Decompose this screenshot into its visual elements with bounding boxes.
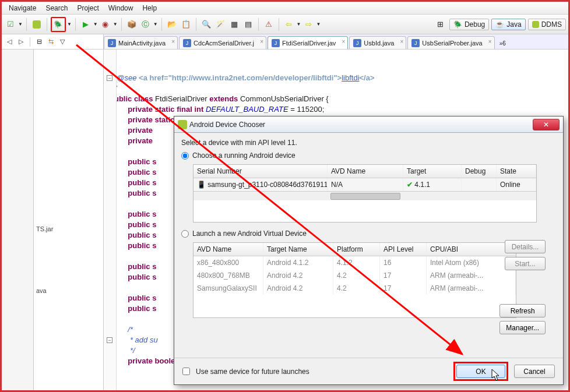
javadoc-link-tag: </a> xyxy=(360,73,375,82)
run-last-icon[interactable]: ◉ xyxy=(99,18,112,31)
tab-overflow-indicator[interactable]: »6 xyxy=(496,38,509,49)
col-avd-name[interactable]: AVD Name xyxy=(193,243,263,256)
wand-icon[interactable]: 🪄 xyxy=(214,18,227,31)
close-icon[interactable]: × xyxy=(400,38,403,45)
javadoc-link: libftdi xyxy=(342,73,359,82)
forward-icon[interactable]: ⇨ xyxy=(302,18,315,31)
run-button[interactable]: ▶ xyxy=(79,18,92,31)
menu-bar: Navigate Search Project Window Help xyxy=(2,2,568,15)
menu-navigate[interactable]: Navigate xyxy=(4,2,41,14)
table-header: Serial Number AVD Name Target Debug Stat… xyxy=(193,165,536,178)
filter-icon[interactable]: ▤ xyxy=(242,18,255,31)
editor-tabs: JMainActivity.java× JCdcAcmSerialDriver.… xyxy=(104,34,568,49)
refresh-button[interactable]: Refresh xyxy=(499,304,546,317)
package-item[interactable]: TS.jar xyxy=(34,224,103,234)
dialog-instruction: Select a device with min API level 11. xyxy=(181,139,556,147)
java-file-icon: J xyxy=(183,39,191,47)
open-perspective-icon[interactable]: ⊞ xyxy=(434,18,447,31)
horizontal-scrollbar[interactable] xyxy=(193,191,536,200)
menu-window[interactable]: Window xyxy=(104,2,138,14)
col-cpu[interactable]: CPU/ABI xyxy=(427,243,516,256)
perspective-ddms[interactable]: DDMS xyxy=(528,19,566,30)
java-file-icon: J xyxy=(108,39,116,47)
dialog-title: Android Device Chooser xyxy=(187,121,533,129)
view-toolbar: ◁ ▷ ⊟ ⇆ ▽ xyxy=(2,34,104,49)
lint-icon[interactable]: ⚠ xyxy=(262,18,275,31)
open-task-icon[interactable]: 📋 xyxy=(180,18,192,31)
col-debug[interactable]: Debug xyxy=(462,165,497,178)
ok-button-highlight: OK xyxy=(453,362,508,381)
avd-row[interactable]: 480x800_768MBAndroid 4.24.217ARM (armeab… xyxy=(193,269,516,282)
col-target-name[interactable]: Target Name xyxy=(263,243,333,256)
package-item[interactable]: ava xyxy=(34,286,103,295)
view-menu-icon[interactable]: ▽ xyxy=(57,37,68,47)
android-sdk-icon[interactable] xyxy=(30,18,43,31)
tab-usbserialprober[interactable]: JUsbSerialProber.java× xyxy=(407,36,494,49)
col-serial[interactable]: Serial Number xyxy=(193,165,328,178)
check-icon: ✔ xyxy=(407,181,413,189)
col-api[interactable]: API Level xyxy=(380,243,427,256)
debug-button-highlighted[interactable]: 🪲 xyxy=(51,17,66,32)
javadoc-link-tag: <a href="http://www.intra2net.com/en/dev… xyxy=(139,73,342,82)
cancel-button[interactable]: Cancel xyxy=(514,365,555,378)
col-platform[interactable]: Platform xyxy=(333,243,380,256)
close-button[interactable]: ✕ xyxy=(533,119,560,130)
use-same-device-label: Use same device for future launches xyxy=(196,368,309,376)
perspective-debug[interactable]: 🪲Debug xyxy=(449,19,489,30)
android-device-chooser-dialog: Android Device Chooser ✕ Select a device… xyxy=(174,116,564,385)
running-devices-table[interactable]: Serial Number AVD Name Target Debug Stat… xyxy=(193,164,537,223)
menu-project[interactable]: Project xyxy=(72,2,103,14)
collapse-icon[interactable]: ⊟ xyxy=(34,37,44,47)
radio-choose-running[interactable] xyxy=(181,152,189,160)
main-toolbar: ☑▼ 🪲▼ ▶▼ ◉▼ 📦 Ⓒ▼ 📂 📋 🔍 🪄 ▦ ▤ ⚠ ⇦▼ ⇨▼ ⊞ 🪲… xyxy=(2,15,568,34)
col-state[interactable]: State xyxy=(497,165,536,178)
col-avd[interactable]: AVD Name xyxy=(328,165,403,178)
avd-row[interactable]: x86_480x800Android 4.1.24.1.216Intel Ato… xyxy=(193,256,516,269)
close-icon[interactable]: × xyxy=(171,38,175,45)
close-icon[interactable]: × xyxy=(488,38,492,45)
avd-row[interactable]: SamsungGalaxySIIAndroid 4.24.217ARM (arm… xyxy=(193,282,516,295)
manager-button[interactable]: Manager... xyxy=(499,321,546,334)
close-icon[interactable]: × xyxy=(342,38,346,45)
android-icon xyxy=(178,120,187,129)
device-row[interactable]: 📱 samsung-gt_p3110-c080846d3761911 N/A ✔… xyxy=(193,178,536,191)
radio-choose-running-label: Choose a running Android device xyxy=(192,151,295,160)
col-target[interactable]: Target xyxy=(403,165,462,178)
details-button[interactable]: Details... xyxy=(505,240,546,253)
tab-usbid[interactable]: JUsbId.java× xyxy=(349,36,406,49)
package-explorer-fragment xyxy=(2,50,34,390)
secondary-toolbar-row: ◁ ▷ ⊟ ⇆ ▽ JMainActivity.java× JCdcAcmSer… xyxy=(2,34,568,50)
editor-gutter: − − xyxy=(104,50,117,390)
forward-history-icon[interactable]: ▷ xyxy=(16,37,26,47)
checkbox-tool-icon[interactable]: ☑ xyxy=(4,18,17,31)
back-history-icon[interactable]: ◁ xyxy=(4,37,15,47)
avd-table[interactable]: AVD Name Target Name Platform API Level … xyxy=(193,242,516,318)
open-type-icon[interactable]: 📂 xyxy=(166,18,178,31)
menu-search[interactable]: Search xyxy=(41,2,72,14)
java-file-icon: J xyxy=(411,39,420,47)
menu-help[interactable]: Help xyxy=(138,2,161,14)
tab-ftdiserialdriver[interactable]: JFtdiSerialDriver.jav× xyxy=(268,36,348,49)
dialog-titlebar[interactable]: Android Device Chooser ✕ xyxy=(174,116,563,133)
new-package-icon[interactable]: 📦 xyxy=(125,18,138,31)
start-button[interactable]: Start... xyxy=(505,257,546,270)
tab-cdcacm[interactable]: JCdcAcmSerialDriver.j× xyxy=(179,36,266,49)
use-same-device-checkbox[interactable] xyxy=(182,368,190,375)
search-icon[interactable]: 🔍 xyxy=(200,18,213,31)
radio-launch-new[interactable] xyxy=(181,230,189,238)
tab-mainactivity[interactable]: JMainActivity.java× xyxy=(104,36,178,49)
java-file-icon: J xyxy=(272,39,280,47)
ok-button[interactable]: OK xyxy=(456,365,505,378)
package-explorer-content: TS.jar ava xyxy=(34,50,104,390)
fold-toggle-icon[interactable]: − xyxy=(107,75,112,81)
link-editor-icon[interactable]: ⇆ xyxy=(45,37,56,47)
java-file-icon: J xyxy=(353,39,361,47)
new-class-icon[interactable]: Ⓒ xyxy=(139,18,152,31)
back-icon[interactable]: ⇦ xyxy=(283,18,295,31)
perspective-java[interactable]: ☕Java xyxy=(491,19,525,30)
close-icon[interactable]: × xyxy=(260,38,263,45)
outline-icon[interactable]: ▦ xyxy=(228,18,241,31)
fold-toggle-icon[interactable]: − xyxy=(107,337,112,343)
table-header: AVD Name Target Name Platform API Level … xyxy=(193,243,516,256)
dialog-footer: Use same device for future launches OK C… xyxy=(174,358,563,384)
